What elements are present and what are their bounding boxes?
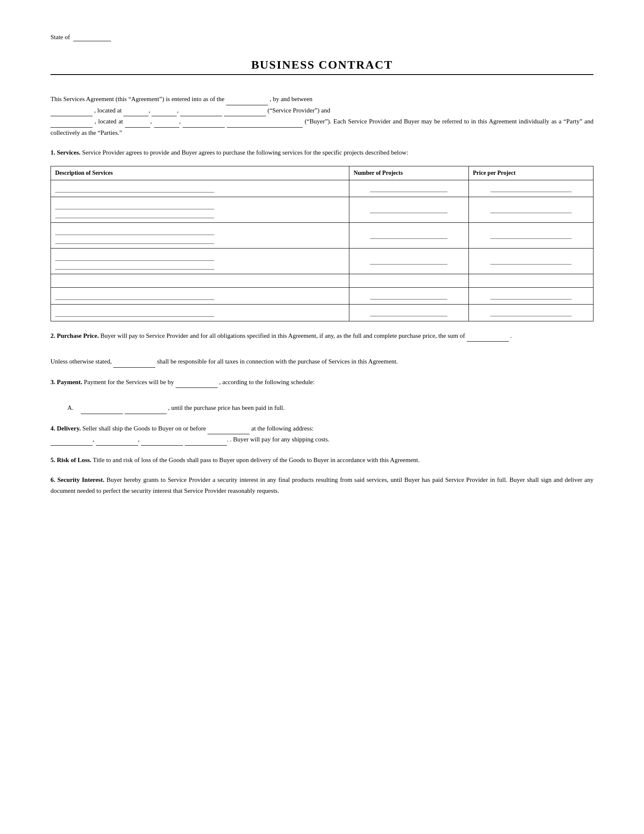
section3-body1: Payment for the Services will be by bbox=[84, 379, 174, 385]
section-3: 3. Payment. Payment for the Services wil… bbox=[51, 377, 593, 414]
title-section: BUSINESS CONTRACT bbox=[51, 58, 593, 72]
table-cell-num bbox=[349, 248, 468, 274]
table-row bbox=[51, 197, 593, 222]
state-line: State of bbox=[51, 34, 593, 41]
services-table: Description of Services Number of Projec… bbox=[51, 166, 593, 321]
section2-blank1 bbox=[467, 331, 509, 342]
intro-blank-loc2b bbox=[154, 116, 179, 128]
intro-text4: (“Service Provider”) and bbox=[267, 107, 330, 114]
table-cell-desc bbox=[51, 222, 349, 248]
section2-text2: Unless otherwise stated, shall be respon… bbox=[51, 356, 593, 368]
section3-body2: , according to the following schedule: bbox=[219, 379, 315, 385]
document-page: State of BUSINESS CONTRACT This Services… bbox=[0, 0, 644, 834]
section-1: 1. Services. Service Provider agrees to … bbox=[51, 147, 593, 321]
section6-text: 6. Security Interest. Buyer hereby grant… bbox=[51, 475, 593, 496]
table-row bbox=[51, 222, 593, 248]
intro-text3: , located at bbox=[94, 107, 122, 114]
col-header-price: Price per Project bbox=[468, 166, 593, 180]
section4-body2: at the following address: bbox=[251, 425, 314, 432]
intro-text5: , located at bbox=[95, 118, 123, 125]
section3-subsection-a: A. , until the purchase price has been p… bbox=[67, 403, 593, 414]
table-cell-price bbox=[468, 274, 593, 287]
section4-blank2 bbox=[51, 434, 93, 446]
table-cell-num bbox=[349, 222, 468, 248]
section1-heading: 1. Services. bbox=[51, 149, 80, 156]
table-cell-desc bbox=[51, 304, 349, 321]
intro-blank-date bbox=[226, 94, 268, 105]
table-cell-price bbox=[468, 304, 593, 321]
table-cell-desc bbox=[51, 274, 349, 287]
table-cell-price bbox=[468, 222, 593, 248]
intro-text2: , by and between bbox=[270, 96, 313, 102]
section5-heading: 5. Risk of Loss. bbox=[51, 457, 91, 463]
subsection-a-blank1 bbox=[81, 403, 123, 414]
section1-text: 1. Services. Service Provider agrees to … bbox=[51, 147, 593, 158]
section-4: 4. Delivery. Seller shall ship the Goods… bbox=[51, 423, 593, 446]
intro-blank-party2 bbox=[51, 116, 93, 128]
col-header-desc: Description of Services bbox=[51, 166, 349, 180]
table-cell-desc bbox=[51, 287, 349, 304]
intro-blank-loc2a bbox=[125, 116, 150, 128]
table-cell-num bbox=[349, 180, 468, 197]
section3-text: 3. Payment. Payment for the Services wil… bbox=[51, 377, 593, 388]
section-5: 5. Risk of Loss. Title to and risk of lo… bbox=[51, 455, 593, 466]
intro-blank-loc2c bbox=[183, 116, 225, 128]
section4-text: 4. Delivery. Seller shall ship the Goods… bbox=[51, 423, 593, 446]
section3-blank1 bbox=[176, 377, 218, 388]
section3-heading: 3. Payment. bbox=[51, 379, 82, 385]
table-cell-price bbox=[468, 248, 593, 274]
table-cell-desc bbox=[51, 248, 349, 274]
table-cell-num bbox=[349, 274, 468, 287]
intro-blank-party1 bbox=[51, 105, 93, 117]
table-cell-price bbox=[468, 180, 593, 197]
intro-blank-loc1d bbox=[224, 105, 266, 117]
table-row bbox=[51, 304, 593, 321]
state-label: State of bbox=[51, 34, 70, 40]
table-cell-num bbox=[349, 287, 468, 304]
table-cell-desc bbox=[51, 180, 349, 197]
section6-heading: 6. Security Interest. bbox=[51, 476, 104, 483]
table-row bbox=[51, 248, 593, 274]
section5-body: Title to and risk of loss of the Goods s… bbox=[93, 457, 420, 463]
table-cell-price bbox=[468, 197, 593, 222]
intro-blank-loc1b bbox=[152, 105, 177, 117]
title-underline bbox=[51, 74, 593, 75]
table-cell-price bbox=[468, 287, 593, 304]
intro-blank-loc1a bbox=[123, 105, 149, 117]
intro-text1: This Services Agreement (this “Agreement… bbox=[51, 96, 224, 102]
section4-blank4 bbox=[141, 434, 183, 446]
table-cell-num bbox=[349, 304, 468, 321]
section2-blank2 bbox=[113, 356, 155, 368]
section-2: 2. Purchase Price. Buyer will pay to Ser… bbox=[51, 331, 593, 368]
table-cell-desc bbox=[51, 197, 349, 222]
section4-body3: . Buyer will pay for any shipping costs. bbox=[230, 436, 329, 443]
section6-body: Buyer hereby grants to Service Provider … bbox=[51, 476, 593, 494]
section5-text: 5. Risk of Loss. Title to and risk of lo… bbox=[51, 455, 593, 466]
intro-paragraph: This Services Agreement (this “Agreement… bbox=[51, 94, 593, 138]
section4-body1: Seller shall ship the Goods to Buyer on … bbox=[82, 425, 206, 432]
section2-text1: 2. Purchase Price. Buyer will pay to Ser… bbox=[51, 331, 593, 342]
intro-blank-loc1c bbox=[180, 105, 222, 117]
section2-unless: Unless otherwise stated, bbox=[51, 358, 112, 365]
table-row bbox=[51, 287, 593, 304]
section2-period: . bbox=[510, 332, 512, 339]
section4-blank5 bbox=[185, 434, 227, 446]
table-row bbox=[51, 180, 593, 197]
subsection-a-letter: A. bbox=[67, 403, 79, 414]
subsection-a-text: , until the purchase price has been paid… bbox=[168, 404, 285, 411]
section-6: 6. Security Interest. Buyer hereby grant… bbox=[51, 475, 593, 496]
section4-blank3 bbox=[96, 434, 138, 446]
section2-heading: 2. Purchase Price. bbox=[51, 332, 99, 339]
section2-body1: Buyer will pay to Service Provider and f… bbox=[100, 332, 465, 339]
table-header-row: Description of Services Number of Projec… bbox=[51, 166, 593, 180]
section4-heading: 4. Delivery. bbox=[51, 425, 81, 432]
table-cell-num bbox=[349, 197, 468, 222]
section4-blank1 bbox=[208, 423, 250, 435]
state-blank bbox=[73, 34, 111, 41]
section1-body: Service Provider agrees to provide and B… bbox=[82, 149, 408, 156]
subsection-a-blank2 bbox=[125, 403, 167, 414]
table-row bbox=[51, 274, 593, 287]
intro-blank-loc2d bbox=[227, 116, 303, 128]
document-title: BUSINESS CONTRACT bbox=[51, 58, 593, 72]
section2-taxes: shall be responsible for all taxes in co… bbox=[157, 358, 398, 365]
